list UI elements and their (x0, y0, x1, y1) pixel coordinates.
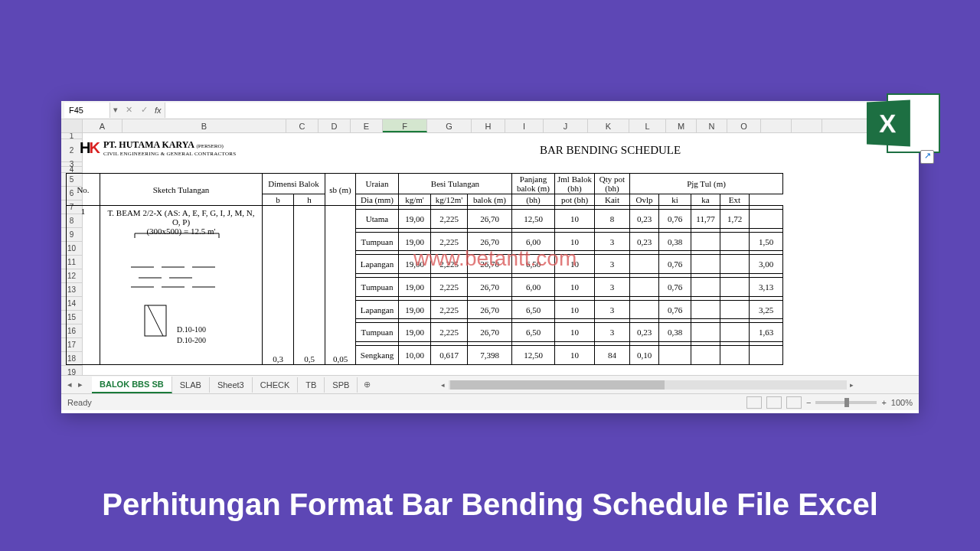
column-header[interactable] (792, 119, 822, 132)
column-header[interactable]: H (472, 119, 505, 132)
company-name: PT. HUTAMA KARYA (103, 139, 194, 150)
th-sb: sb (m) (325, 174, 356, 206)
column-header-selected[interactable]: F (383, 119, 427, 132)
cell-dim-sb: 0,05 (325, 206, 356, 365)
zoom-in-icon[interactable]: + (881, 398, 886, 407)
sheet-tab[interactable]: Sheet3 (210, 377, 253, 393)
zoom-level[interactable]: 100% (891, 398, 913, 407)
column-header[interactable]: G (427, 119, 472, 132)
sheet-tab[interactable]: TB (298, 377, 325, 393)
tab-prev-icon[interactable]: ◂ (67, 380, 72, 390)
name-box-dropdown-icon[interactable]: ▾ (113, 105, 121, 115)
watermark-text: www.betantt.com (413, 246, 577, 271)
th-ext: Ext (720, 194, 750, 206)
excel-window: F45 ▾ ✕ ✓ fx A B C D E F G H I J K L M N… (61, 101, 919, 413)
data-row: Tumpuan19,002,22526,706,501030,230,381,6… (67, 323, 783, 342)
row-header[interactable]: 18 (61, 352, 83, 366)
company-logo-block: HK PT. HUTAMA KARYA (PERSERO) CIVIL ENGI… (80, 139, 237, 157)
th-dim-b: b (263, 194, 294, 206)
tab-next-icon[interactable]: ▸ (78, 380, 83, 390)
column-header[interactable]: O (727, 119, 761, 132)
sheet-tab[interactable]: SPB (325, 377, 358, 393)
zoom-slider[interactable] (815, 401, 877, 404)
row-header[interactable]: 19 (61, 366, 83, 375)
schedule-table: No. Sketch Tulangan Dimensi Balok sb (m)… (66, 173, 783, 365)
column-header[interactable]: M (666, 119, 697, 132)
sheet-tab[interactable]: SLAB (172, 377, 210, 393)
row-header[interactable]: 14 (61, 297, 83, 311)
column-header[interactable]: D (318, 119, 351, 132)
column-header[interactable]: E (351, 119, 383, 132)
svg-line-1 (148, 305, 163, 336)
hscroll-track[interactable] (449, 380, 847, 390)
th-dim-group: Dimensi Balok (263, 174, 325, 194)
data-row: Utama19,002,22526,7012,501080,230,7611,7… (67, 209, 783, 228)
th-qty: Qty pot (bh) (595, 174, 630, 194)
hscroll-right-icon[interactable]: ▸ (847, 381, 858, 389)
row-header[interactable]: 1 (61, 133, 83, 139)
view-layout-icon[interactable] (766, 396, 782, 409)
row-header[interactable]: 4 (61, 167, 83, 173)
row-header[interactable]: 5 (61, 173, 83, 187)
th-sketch: Sketch Tulangan (100, 174, 263, 206)
company-tagline: CIVIL ENGINEERING & GENERAL CONTRACTORS (103, 151, 237, 157)
hscroll-left-icon[interactable]: ◂ (438, 381, 449, 389)
row-header[interactable]: 2 (61, 139, 83, 162)
column-header[interactable]: K (588, 119, 629, 132)
row-header[interactable]: 15 (61, 311, 83, 324)
excel-app-icon: X ↗ (865, 87, 940, 159)
cancel-formula-icon[interactable]: ✕ (121, 105, 136, 115)
row-header[interactable]: 9 (61, 228, 83, 242)
row-header[interactable]: 17 (61, 338, 83, 352)
column-header[interactable]: I (505, 119, 544, 132)
column-header[interactable]: J (544, 119, 588, 132)
formula-input[interactable] (165, 103, 919, 118)
row-header[interactable]: 12 (61, 269, 83, 283)
view-normal-icon[interactable] (746, 396, 762, 409)
sheet-tab[interactable]: CHECK (253, 377, 299, 393)
cell-dim-h: 0,5 (294, 206, 325, 365)
column-header[interactable]: N (697, 119, 727, 132)
th-panjang: Panjang balok (m) (512, 174, 555, 194)
row-header[interactable]: 10 (61, 242, 83, 256)
th-pot: pot (bh) (555, 194, 595, 206)
column-header[interactable]: A (83, 119, 122, 132)
status-ready: Ready (67, 398, 92, 407)
th-kg12: kg/12m' (431, 194, 468, 206)
th-pjg-group: Pjg Tul (m) (630, 174, 783, 194)
column-header[interactable]: B (122, 119, 286, 132)
cell-dim-b: 0,3 (263, 206, 294, 365)
row-header[interactable]: 16 (61, 324, 83, 338)
row-header[interactable]: 7 (61, 201, 83, 214)
th-ki: ki (659, 194, 691, 206)
column-headers: A B C D E F G H I J K L M N O (61, 119, 919, 133)
data-row: Tumpuan19,002,22526,706,001030,230,381,5… (67, 232, 783, 251)
row-header[interactable]: 13 (61, 283, 83, 297)
add-sheet-icon[interactable]: ⊕ (358, 380, 376, 390)
column-header[interactable] (761, 119, 792, 132)
sheet-tab-active[interactable]: BALOK BBS SB (92, 377, 172, 393)
data-row: Lapangan19,002,22526,706,501030,763,25 (67, 300, 783, 319)
data-row: Tumpuan19,002,22526,706,001030,763,13 (67, 278, 783, 297)
column-header[interactable]: C (286, 119, 318, 132)
th-ka: ka (691, 194, 720, 206)
zoom-out-icon[interactable]: − (806, 398, 811, 407)
accept-formula-icon[interactable]: ✓ (136, 105, 152, 115)
shortcut-arrow-icon: ↗ (920, 150, 934, 164)
th-kait: Kait (595, 194, 630, 206)
th-dim-h: h (294, 194, 325, 206)
row-header[interactable]: 8 (61, 214, 83, 228)
fx-icon[interactable]: fx (152, 106, 165, 115)
view-break-icon[interactable] (786, 396, 802, 409)
cell-sketch: T. BEAM 2/2-X (AS: A, E, F, G, I, J, M, … (100, 206, 263, 365)
hscroll-thumb[interactable] (450, 380, 665, 390)
select-all-corner[interactable] (61, 119, 83, 132)
column-header[interactable]: L (629, 119, 666, 132)
d-label-2: D.10-200 (177, 336, 206, 344)
name-box[interactable]: F45 (64, 103, 110, 118)
row-header[interactable]: 11 (61, 256, 83, 269)
sheet-tabs-bar: ◂ ▸ BALOK BBS SB SLAB Sheet3 CHECK TB SP… (61, 375, 919, 393)
data-row: Sengkang10,000,6177,39812,5010840,10 (67, 346, 783, 365)
row-header[interactable]: 6 (61, 187, 83, 201)
spreadsheet-grid[interactable]: 1 2 3 4 5 6 7 8 9 10 11 12 13 14 15 16 1… (61, 133, 919, 375)
